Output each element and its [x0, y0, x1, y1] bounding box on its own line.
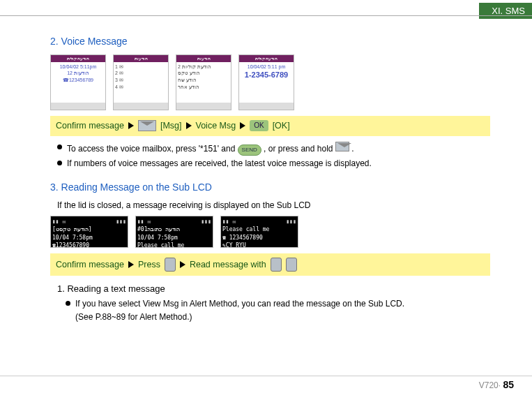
page-content: 2. Voice Message הודעה קולית 10/04/02 5:…	[0, 0, 532, 323]
voice-bullet-2: If numbers of voice messages are receive…	[57, 158, 490, 170]
sublcd-2: ▮▮ ✉▮▮▮ הודעה כתובה#01 10/04 7:58pm Plea…	[135, 216, 213, 248]
screen2-r4: 4 ✉	[115, 84, 167, 91]
footer-rule	[0, 376, 532, 376]
envelope-icon	[138, 120, 156, 131]
top-rule	[0, 15, 532, 16]
footer-page: 85	[503, 379, 514, 390]
screen1-line3: ☎123456789	[52, 77, 104, 84]
strip3-confirm: Confirm message	[56, 259, 124, 272]
sublcd-nav-strip: Confirm message Press Read message with	[50, 253, 490, 276]
strip3-press: Press	[138, 259, 160, 272]
phone-screen-2: הודעות 1 ✉ 2 ✉ 3 ✉ 4 ✉	[113, 54, 169, 110]
sublcd1-l1: [הודעת טקסט]	[52, 225, 126, 233]
phone-screen-1: הודעה קולית 10/04/02 5:11pm 12 הודעות ☎1…	[50, 54, 106, 110]
screen3-l2: הודע טקס	[178, 70, 229, 77]
screen4-l1: 10/04/02 5:11 pm	[241, 64, 292, 71]
arrow-icon	[128, 122, 134, 129]
screen2-r3: 3 ✉	[115, 77, 167, 84]
voice-bullet-1b: , or press and hold	[264, 144, 333, 154]
strip3-read: Read message with	[190, 259, 266, 272]
voice-bullet-1: To access the voice mailbox, press '*151…	[57, 142, 490, 156]
section-3-intro: If the lid is closed, a message receivin…	[57, 200, 490, 212]
send-pill-icon: SEND	[238, 145, 261, 156]
phone-screen-3: הודעות 2 הודעת קוליות הודע טקס הודע שח ה…	[176, 54, 231, 110]
sublcd2-l2: 10/04 7:58pm	[137, 234, 211, 242]
arrow-icon	[128, 261, 134, 268]
sublcd3-l3: ✎CY RYU	[222, 242, 296, 249]
sublcd3-l2: ☎ 1234567890	[222, 234, 296, 242]
screen3-l4: הודע אחר	[178, 84, 229, 91]
arrow-icon	[240, 122, 245, 129]
ok-icon: OK	[250, 120, 268, 131]
phone-screen-4: הודעה קולית 10/04/02 5:11 pm 1-2345-6789	[238, 54, 294, 110]
sub3-1-title: 1. Reading a text message	[57, 283, 490, 295]
side-button-icon	[271, 258, 282, 272]
screen3-title: הודעות	[176, 55, 231, 62]
sublcd-row: ▮▮ ✉▮▮▮ [הודעת טקסט] 10/04 7:58pm ☎12345…	[50, 216, 490, 248]
strip2-voice: Voice Msg	[196, 120, 236, 133]
screen3-l3: הודע שח	[178, 77, 229, 84]
screen1-line2: 12 הודעות	[52, 70, 104, 77]
sublcd2-l1: הודעה כתובה#01	[137, 225, 211, 233]
screen1-line1: 10/04/02 5:11pm	[52, 64, 104, 71]
sub3-1-bullet: If you have select View Msg in Alert Met…	[66, 298, 490, 310]
sub3-1-note: (See P.88~89 for Alert Method.)	[75, 311, 490, 323]
strip2-msg: [Msg]	[160, 120, 182, 133]
arrow-icon	[186, 122, 192, 129]
screen1-title: הודעה קולית	[51, 55, 105, 62]
strip2-ok: [OK]	[273, 120, 290, 133]
arrow-icon	[180, 261, 185, 268]
voice-bullet-1a: To access the voice mailbox, press '*151…	[67, 144, 235, 154]
screen2-r1: 1 ✉	[115, 64, 167, 71]
voice-screens-row: הודעה קולית 10/04/02 5:11pm 12 הודעות ☎1…	[50, 54, 490, 110]
sublcd-1: ▮▮ ✉▮▮▮ [הודעת טקסט] 10/04 7:58pm ☎12345…	[50, 216, 128, 248]
side-button-icon	[165, 258, 176, 272]
voice-bullets: To access the voice mailbox, press '*151…	[50, 142, 490, 170]
sublcd-3: ▮▮ ✉▮▮▮ Please call me ☎ 1234567890 ✎CY …	[220, 216, 298, 248]
sublcd2-l3: Please call me	[137, 242, 211, 249]
voice-nav-strip: Confirm message [Msg] Voice Msg OK [OK]	[50, 116, 490, 137]
chapter-tab: XI. SMS	[479, 3, 532, 19]
voice-bullet-1c: .	[351, 144, 354, 154]
section-2-title: 2. Voice Message	[50, 35, 490, 49]
screen4-title: הודעה קולית	[239, 55, 294, 62]
screen2-r2: 2 ✉	[115, 70, 167, 77]
page-footer: V720· 85	[479, 379, 514, 390]
sublcd1-l3: ☎1234567890	[52, 242, 126, 249]
sublcd3-l1: Please call me	[222, 225, 296, 233]
screen3-l1: 2 הודעת קוליות	[178, 64, 229, 71]
footer-model: V720·	[479, 380, 501, 390]
screen2-title: הודעות	[114, 55, 168, 62]
side-button-icon	[286, 258, 297, 272]
screen4-l2: 1-2345-6789	[241, 70, 292, 80]
envelope-icon	[335, 142, 349, 151]
strip2-confirm: Confirm message	[56, 120, 124, 133]
section-3-title: 3. Reading Message on the Sub LCD	[50, 181, 490, 195]
sublcd1-l2: 10/04 7:58pm	[52, 234, 126, 242]
